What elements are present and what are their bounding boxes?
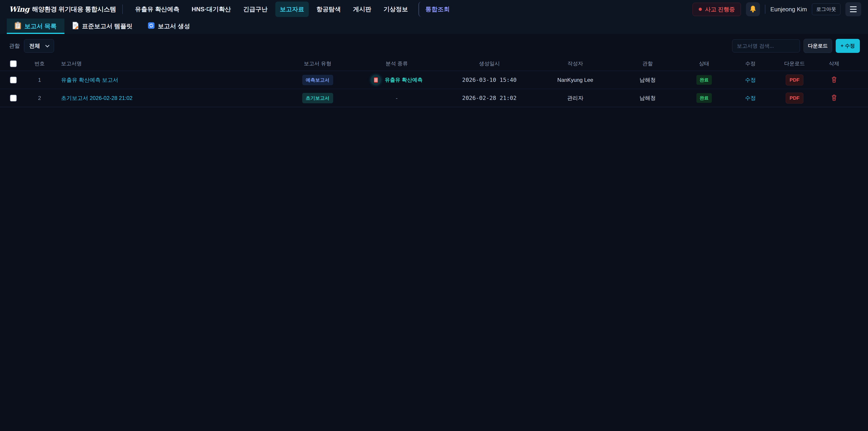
jurisdiction-selected-value: 전체 [29,42,40,50]
column-header-analysis: 분석 종류 [349,60,444,67]
nav-item-rescue[interactable]: 긴급구난 [239,2,272,17]
column-header-delete: 삭제 [817,60,851,67]
nav-item-oil-spill[interactable]: 유출유 확산예측 [130,2,184,17]
column-header-jurisdiction: 관할 [616,60,679,67]
memo-icon [72,22,79,31]
pdf-download-button[interactable]: PDF [786,93,803,103]
report-type-badge: 예측보고서 [302,75,333,85]
row-checkbox[interactable] [10,95,17,101]
user-name: Eunjeong Kim [770,6,807,13]
download-button[interactable]: 다운로드 [804,39,832,53]
row-number: 1 [27,77,52,83]
nav-item-board[interactable]: 게시판 [348,2,376,17]
trash-icon [831,76,837,83]
table-row: 2 초기보고서 2026-02-28 21:02 초기보고서 - 2026-02… [0,89,868,107]
topbar: Wing 해양환경 위기대응 통합시스템 유출유 확산예측 HNS·대기확산 긴… [0,0,868,19]
analysis-type-label: 유출유 확산예측 [385,76,423,83]
divider [765,5,765,14]
column-header-created: 생성일시 [444,60,535,67]
status-badge: 완료 [696,75,712,85]
column-header-download: 다운로드 [772,60,817,67]
jurisdiction: 남해청 [616,76,679,84]
table-header-row: 번호 보고서명 보고서 유형 분석 종류 생성일시 작성자 관할 상태 수정 다… [0,57,868,71]
oil-drum-icon [371,75,381,85]
tab-report-list[interactable]: 보고서 목록 [7,19,64,34]
hamburger-menu-button[interactable] [845,2,861,16]
tab-label: 보고서 목록 [24,22,57,30]
toolbar: 관할 전체 다운로드 + 수정 [0,34,868,57]
search-input[interactable] [732,39,800,53]
nav-item-weather[interactable]: 기상정보 [379,2,412,17]
divider [122,4,123,14]
status-badge: 완료 [696,93,712,103]
jurisdiction-select[interactable]: 전체 [24,39,54,53]
analysis-type-empty: - [396,95,398,101]
nav-item-hns[interactable]: HNS·대기확산 [187,2,236,17]
incident-status-badge: 사고 진행중 [692,3,741,16]
chevron-down-icon [45,43,49,47]
tab-label: 표준보고서 템플릿 [82,22,133,30]
column-header-author: 작성자 [535,60,616,67]
nav-item-aerial-search[interactable]: 항공탐색 [312,2,345,17]
tabbar: 보고서 목록 표준보고서 템플릿 보고서 생성 [0,19,868,34]
table-row: 1 유출유 확산예측 보고서 예측보고서 유출유 확산예측 2026-03-10… [0,71,868,89]
row-checkbox[interactable] [10,76,17,83]
app-title: 해양환경 위기대응 통합시스템 [32,5,116,13]
bell-icon [749,5,756,13]
tab-report-template[interactable]: 표준보고서 템플릿 [64,19,141,34]
notifications-button[interactable] [746,2,760,16]
report-name-link[interactable]: 초기보고서 2026-02-28 21:02 [61,95,132,101]
main-nav: 유출유 확산예측 HNS·대기확산 긴급구난 보고자료 항공탐색 게시판 기상정… [130,2,454,17]
logo-wordmark: Wing [9,5,29,13]
hamburger-icon [850,6,857,7]
pdf-download-button[interactable]: PDF [786,74,803,86]
analysis-type: 유출유 확산예측 [371,75,423,85]
report-type-badge: 초기보고서 [302,93,333,103]
app-logo: Wing 해양환경 위기대응 통합시스템 [9,5,116,13]
select-all-checkbox[interactable] [10,60,17,67]
trash-icon [831,94,837,101]
incident-dot-icon [699,8,702,11]
logout-button[interactable]: 로그아웃 [812,3,840,15]
jurisdiction-filter-label: 관할 [9,42,20,50]
column-header-status: 상태 [679,60,729,67]
report-name-link[interactable]: 유출유 확산예측 보고서 [61,77,118,83]
clipboard-icon [14,22,21,31]
column-header-edit: 수정 [729,60,772,67]
created-at: 2026-03-10 15:40 [444,76,535,83]
report-table: 번호 보고서명 보고서 유형 분석 종류 생성일시 작성자 관할 상태 수정 다… [0,57,868,107]
author: 관리자 [535,94,616,102]
incident-status-label: 사고 진행중 [705,6,735,13]
column-header-type: 보고서 유형 [286,60,349,67]
add-edit-button[interactable]: + 수정 [836,39,860,53]
column-header-no: 번호 [27,60,52,67]
topbar-right: 사고 진행중 Eunjeong Kim 로그아웃 [692,2,861,16]
jurisdiction: 남해청 [616,94,679,102]
toolbar-right: 다운로드 + 수정 [732,39,860,53]
column-header-name: 보고서명 [52,60,286,67]
delete-button[interactable] [831,76,837,83]
nav-item-integrated-search[interactable]: 통합조회 [418,2,454,17]
row-number: 2 [27,95,52,101]
author: NanKyung Lee [535,77,616,83]
generate-icon [148,22,155,31]
delete-button[interactable] [831,94,837,101]
nav-item-reports[interactable]: 보고자료 [275,2,309,17]
tab-report-create[interactable]: 보고서 생성 [140,19,198,34]
edit-link[interactable]: 수정 [745,77,756,83]
edit-link[interactable]: 수정 [745,95,756,101]
tab-label: 보고서 생성 [158,22,190,30]
created-at: 2026-02-28 21:02 [444,95,535,101]
